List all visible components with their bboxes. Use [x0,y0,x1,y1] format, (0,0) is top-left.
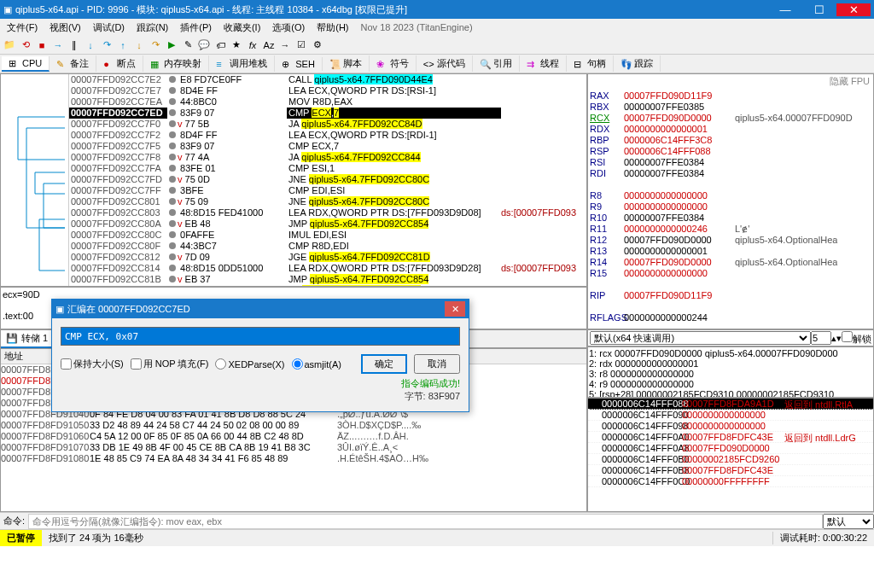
menu-help[interactable]: 帮助(H) [312,20,353,36]
tab-symbols[interactable]: ❀符号 [370,55,417,72]
tab-dump1[interactable]: 💾转储 1 [1,330,54,348]
tab-memory[interactable]: ▦内存映射 [143,55,209,72]
pause-icon[interactable]: ‖ [67,38,82,53]
seh-icon: ⊕ [282,59,292,69]
open-icon[interactable]: 📁 [2,38,17,53]
menu-view[interactable]: 视图(V) [44,20,86,36]
app-icon: ▣ [3,4,12,15]
tab-source[interactable]: <>源代码 [417,55,473,72]
close-button[interactable]: ✕ [836,3,871,16]
cancel-button[interactable]: 取消 [414,354,460,374]
handle-icon: ⊟ [574,59,584,69]
tab-seh[interactable]: ⊕SEH [275,57,323,71]
unlock-checkbox[interactable]: 解锁 [842,331,871,346]
tab-threads[interactable]: ⇉线程 [520,55,567,72]
asmjit-radio[interactable]: asmjit(A) [292,358,341,370]
restart-icon[interactable]: ⟲ [18,38,33,53]
ok-button[interactable]: 确定 [361,354,407,374]
bookmarks-icon[interactable]: ★ [229,38,244,53]
menu-trace[interactable]: 跟踪(N) [131,20,173,36]
src-icon: <> [423,59,434,69]
step-out-icon[interactable]: ↑ [115,38,131,53]
calling-convention-select[interactable]: 默认(x64 快速调用) [590,331,811,345]
step-over-icon[interactable]: ↷ [99,38,114,53]
args-bar: 默认(x64 快速调用) ▴▾ 解锁 [587,329,874,346]
tab-bar: ⊞CPU ✎备注 ●断点 ▦内存映射 ≡调用堆栈 ⊕SEH 📜脚本 ❀符号 <>… [0,55,874,73]
command-bar: 命令: 默认 [0,512,874,529]
menu-file[interactable]: 文件(F) [2,20,43,36]
tab-callstack[interactable]: ≡调用堆栈 [209,55,275,72]
dialog-title: 汇编在 00007FFD092CC7ED [67,303,190,316]
patches-icon[interactable]: ✎ [180,38,195,53]
cmd-preset-select[interactable]: 默认 [823,514,874,529]
menu-bar: 文件(F) 视图(V) 调试(D) 跟踪(N) 插件(P) 收藏夹(I) 选项(… [0,19,874,36]
cpu-icon: ⊞ [9,58,19,68]
jump-arrows [1,74,69,286]
bp-icon: ● [103,59,114,69]
toolbar: 📁 ⟲ ■ → ‖ ↓ ↷ ↑ ↓ ↷ ▶ ✎ 💬 🏷 ★ fx Az → ☑ … [0,36,874,55]
run-icon[interactable]: → [50,38,66,53]
window-titlebar: ▣ qiplus5-x64.api - PID: 9996 - 模块: qipl… [0,0,874,19]
notes-icon: ✎ [56,59,67,69]
menu-fav[interactable]: 收藏夹(I) [218,20,265,36]
registers-panel[interactable]: 隐藏 FPU RAX00007FFD090D11F9RBX00000007FFE… [587,73,874,329]
functions-icon[interactable]: fx [245,38,260,53]
assemble-input[interactable] [61,327,460,346]
settings-icon[interactable]: ⚙ [310,38,325,53]
status-message: 找到了 24 项为 16毫秒 [42,532,772,544]
assemble-dialog: ▣ 汇编在 00007FFD092CC7ED ✕ 保持大小(S) 用 NOP 填… [51,299,469,412]
run-to-icon[interactable]: ▶ [164,38,179,53]
labels-icon[interactable]: 🏷 [213,38,228,53]
ref-icon: 🔍 [480,59,490,69]
menu-debug[interactable]: 调试(D) [88,20,130,36]
debug-state: 已暂停 [0,530,42,546]
spin-buttons[interactable]: ▴▾ [831,333,842,344]
dialog-close-button[interactable]: ✕ [445,301,465,317]
args-panel[interactable]: 1: rcx 00007FFD090D0000 qiplus5-x64.0000… [587,346,874,398]
menu-plugins[interactable]: 插件(P) [175,20,217,36]
comment-column: ds:[00007FFD093ds:[00007FFD093 [501,74,586,286]
tab-breakpoints[interactable]: ●断点 [96,55,143,72]
maximize-button[interactable]: ☐ [802,3,836,16]
encoded-bytes: 字节: 83F907 [61,390,460,403]
tab-notes[interactable]: ✎备注 [50,55,96,72]
address-column: 00007FFD092CC7E200007FFD092CC7E700007FFD… [69,74,167,286]
cmd-label: 命令: [0,515,28,527]
asm-column: CALL qiplus5-x64.7FFD090D44E4LEA ECX,QWO… [287,74,501,286]
trace-icon: 👣 [621,59,631,69]
dialog-titlebar[interactable]: ▣ 汇编在 00007FFD092CC7ED ✕ [52,300,469,318]
sym-icon: ❀ [376,59,387,69]
registers-header[interactable]: 隐藏 FPU [588,74,873,89]
encode-success-msg: 指令编码成功! [61,377,460,390]
debug-time: 调试耗时: 0:00:30:22 [772,532,874,544]
trace-into-icon[interactable]: ↓ [131,38,147,53]
command-input[interactable] [28,514,823,529]
stack-panel[interactable]: 0000006C14FFF08800007FFD8FDA9A1D返回到 ntdl… [587,398,874,512]
tab-handles[interactable]: ⊟句柄 [567,55,614,72]
comments-icon[interactable]: 💬 [196,38,212,53]
menu-options[interactable]: 选项(O) [267,20,310,36]
minimize-button[interactable]: — [768,3,802,16]
tab-cpu[interactable]: ⊞CPU [2,56,50,72]
disasm-panel[interactable]: 00007FFD092CC7E200007FFD092CC7E700007FFD… [0,73,587,287]
trace-over-icon[interactable]: ↷ [148,38,163,53]
tab-references[interactable]: 🔍引用 [473,55,520,72]
tab-trace[interactable]: 👣跟踪 [614,55,661,72]
xedparse-radio[interactable]: XEDParse(X) [215,358,284,370]
args-count-input[interactable] [811,331,831,345]
strings-icon[interactable]: Az [261,38,277,53]
thread-icon: ⇉ [527,59,537,69]
bytes-column: E8 FD7CE0FF 8D4E FF 44:8BC0 83F9 07v 77 … [167,74,287,286]
calls-icon[interactable]: → [277,38,293,53]
nop-fill-checkbox[interactable]: 用 NOP 填充(F) [131,358,209,370]
step-into-icon[interactable]: ↓ [83,38,98,53]
mem-icon: ▦ [150,59,160,69]
status-bar: 已暂停 找到了 24 项为 16毫秒 调试耗时: 0:00:30:22 [0,529,874,546]
dialog-icon: ▣ [55,304,64,315]
stop-icon[interactable]: ■ [34,38,50,53]
stack-icon: ≡ [216,59,226,69]
keep-size-checkbox[interactable]: 保持大小(S) [61,358,124,370]
script-icon: 📜 [329,59,340,69]
tab-script[interactable]: 📜脚本 [323,55,370,72]
checkbox-icon[interactable]: ☑ [294,38,309,53]
